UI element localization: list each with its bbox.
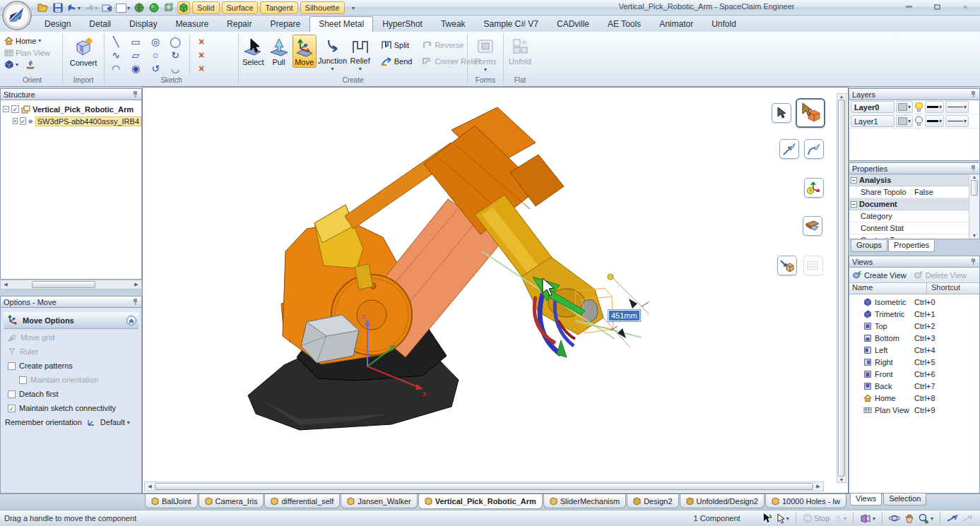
view-row-plan-view[interactable]: Plan View Ctrl+9 bbox=[849, 404, 979, 416]
scroll-up-icon[interactable]: ▲ bbox=[970, 174, 979, 179]
line-icon[interactable]: ╲ bbox=[107, 35, 124, 49]
home-view-button[interactable]: Home▾ bbox=[2, 35, 62, 47]
spiral-icon[interactable]: ↺ bbox=[147, 62, 164, 76]
maintain-orientation-checkbox[interactable] bbox=[19, 376, 27, 384]
spin-button[interactable] bbox=[887, 512, 902, 525]
scroll-down-icon[interactable]: ▼ bbox=[837, 477, 846, 482]
layer-name[interactable]: Layer1 bbox=[851, 115, 895, 127]
doc-tab-differential-self[interactable]: differential_self bbox=[264, 494, 340, 508]
trim-away-icon[interactable]: × bbox=[193, 35, 210, 49]
tab-sample-cs-v7[interactable]: Sample C# V7 bbox=[475, 16, 548, 32]
junction-button[interactable]: Junction ▾ bbox=[318, 35, 348, 73]
minimize-button[interactable] bbox=[899, 1, 918, 12]
unfold-button[interactable]: Unfold bbox=[505, 34, 535, 67]
three-point-rectangle-icon[interactable]: ▱ bbox=[127, 49, 144, 62]
rectangle-icon[interactable]: ▭ bbox=[127, 35, 144, 49]
pin-icon[interactable] bbox=[970, 165, 976, 172]
spline-icon[interactable]: ∿ bbox=[107, 49, 124, 62]
delete-view-button[interactable]: Delete View bbox=[914, 271, 967, 280]
doc-tab-design2[interactable]: Design2 bbox=[627, 494, 678, 508]
smart-select-button[interactable] bbox=[759, 512, 774, 525]
bend-button[interactable]: Bend bbox=[379, 55, 415, 67]
move-options-section[interactable]: Move Options bbox=[4, 312, 138, 329]
layer-linestyle-dropdown[interactable]: ▾ bbox=[945, 115, 969, 127]
view-row-left[interactable]: Left Ctrl+4 bbox=[849, 344, 979, 356]
scroll-left-icon[interactable]: ◀ bbox=[145, 484, 155, 489]
property-row[interactable]: Category bbox=[849, 210, 969, 222]
view-row-top[interactable]: Top Ctrl+2 bbox=[849, 320, 979, 332]
pin-icon[interactable] bbox=[970, 258, 976, 265]
tab-views[interactable]: Views bbox=[850, 494, 882, 506]
tab-groups[interactable]: Groups bbox=[851, 240, 887, 252]
root-visibility-checkbox[interactable]: ✓ bbox=[11, 105, 19, 113]
doc-tab-slidermechanism[interactable]: SliderMechanism bbox=[543, 494, 626, 508]
shaded-cube-icon[interactable] bbox=[177, 1, 190, 14]
move-grid-option[interactable]: Move grid bbox=[1, 330, 141, 345]
forms-button[interactable]: Forms ▾ bbox=[471, 34, 500, 74]
pan-button[interactable] bbox=[902, 512, 916, 525]
pull-button[interactable]: Pull bbox=[267, 35, 291, 68]
child-visibility-checkbox[interactable]: ✓ bbox=[20, 117, 27, 125]
tab-cadville[interactable]: CADville bbox=[548, 16, 598, 32]
structure-hscrollbar[interactable]: ◀ ▶ bbox=[0, 280, 142, 289]
scroll-down-icon[interactable]: ▼ bbox=[970, 233, 979, 238]
tab-measure[interactable]: Measure bbox=[166, 16, 218, 32]
plan-view-button[interactable]: Plan View bbox=[2, 47, 62, 59]
undo-icon[interactable]: ▾ bbox=[66, 1, 81, 14]
create-patterns-checkbox[interactable] bbox=[8, 362, 16, 370]
create-patterns-option[interactable]: Create patterns bbox=[1, 359, 141, 373]
create-view-button[interactable]: Create View bbox=[852, 271, 907, 280]
tab-selection[interactable]: Selection bbox=[883, 494, 926, 506]
shaded-globe-icon[interactable] bbox=[133, 1, 146, 14]
move-to-object-button[interactable] bbox=[777, 256, 797, 275]
tab-ae-tools[interactable]: AE Tools bbox=[598, 16, 650, 32]
layer-hidden-bulb-icon[interactable] bbox=[914, 116, 923, 126]
view-row-bottom[interactable]: Bottom Ctrl+3 bbox=[849, 332, 979, 344]
dimension-input[interactable]: 451mm bbox=[608, 309, 641, 322]
scroll-right-icon[interactable]: ▶ bbox=[131, 282, 141, 287]
view-row-trimetric[interactable]: Trimetric Ctrl+1 bbox=[849, 308, 979, 320]
qat-customize-icon[interactable]: ▾ bbox=[347, 1, 360, 14]
curved-pull-handle-button[interactable] bbox=[804, 139, 824, 159]
screenshot-icon[interactable] bbox=[100, 1, 113, 14]
tab-prepare[interactable]: Prepare bbox=[261, 16, 309, 32]
tab-sheet-metal[interactable]: Sheet Metal bbox=[309, 16, 373, 32]
zoom-button[interactable]: ▾ bbox=[916, 512, 935, 525]
move-handle-button[interactable] bbox=[804, 178, 824, 198]
view-row-right[interactable]: Right Ctrl+5 bbox=[849, 356, 979, 368]
anchor-tool-button[interactable] bbox=[803, 216, 822, 236]
scroll-up-icon[interactable]: ▲ bbox=[837, 94, 846, 99]
tab-detail[interactable]: Detail bbox=[80, 16, 120, 32]
convert-button[interactable]: Convert bbox=[69, 34, 98, 68]
doc-tab-balljoint[interactable]: BallJoint bbox=[145, 494, 198, 508]
save-icon[interactable] bbox=[52, 1, 64, 14]
collapse-toggle[interactable]: − bbox=[851, 201, 857, 208]
ruler-option[interactable]: Ruler bbox=[1, 345, 141, 359]
detach-first-option[interactable]: Detach first bbox=[1, 387, 141, 401]
warnings-button[interactable]: ⚠ ▾ bbox=[832, 512, 849, 525]
property-group-row[interactable]: −Analysis bbox=[849, 174, 969, 186]
construction-circle-icon[interactable]: ○ bbox=[147, 49, 164, 62]
pin-icon[interactable] bbox=[132, 90, 138, 98]
arc-icon[interactable]: ◡ bbox=[167, 62, 184, 76]
probe-button[interactable] bbox=[960, 512, 976, 525]
detach-first-checkbox[interactable] bbox=[8, 390, 16, 398]
polygon-icon[interactable]: ◯ bbox=[167, 35, 184, 49]
move-button[interactable]: Move bbox=[293, 35, 317, 68]
orient-sail-button[interactable] bbox=[25, 60, 36, 69]
straight-pull-handle-button[interactable] bbox=[779, 139, 799, 159]
select-mode-button[interactable]: ▾ bbox=[774, 512, 791, 525]
layer-row[interactable]: Layer1 ▾ ▾ ▾ bbox=[849, 114, 979, 128]
point-icon[interactable]: ◉ bbox=[127, 62, 144, 76]
tab-hypershot[interactable]: HyperShot bbox=[373, 16, 432, 32]
property-row[interactable]: Content Stat bbox=[849, 222, 969, 234]
select-component-tool-button[interactable] bbox=[796, 98, 825, 128]
circle-icon[interactable]: ◎ bbox=[147, 35, 164, 49]
shaded-sphere-icon[interactable] bbox=[148, 1, 160, 14]
collapse-toggle[interactable]: − bbox=[851, 177, 857, 184]
tab-tweak[interactable]: Tweak bbox=[432, 16, 475, 32]
select-tool-button[interactable] bbox=[772, 103, 791, 123]
tab-properties[interactable]: Properties bbox=[888, 240, 935, 252]
property-row[interactable]: Share Topolo False bbox=[849, 186, 969, 198]
tab-design[interactable]: Design bbox=[35, 16, 80, 32]
